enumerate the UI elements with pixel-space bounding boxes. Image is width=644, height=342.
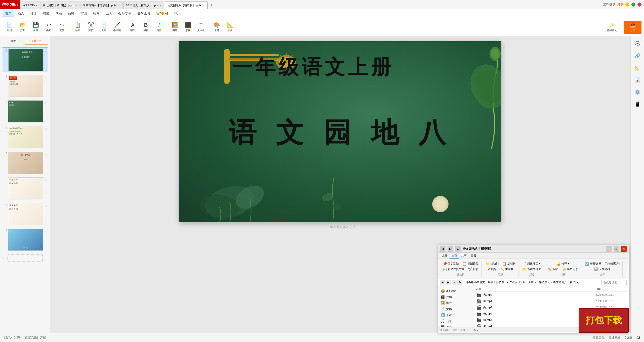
panel-tab-slides[interactable]: 幻灯片	[25, 38, 48, 45]
toolbar-shape[interactable]: ⬛ 形状	[182, 21, 194, 34]
fe-tab-share[interactable]: 共享	[459, 253, 469, 259]
tab-file2[interactable]: 8 比尾巴【精华版】.pptx ✕	[41, 2, 80, 9]
tab-close[interactable]: ✕	[203, 4, 205, 7]
slide-thumb-4[interactable]: 4 你知道阶梯上下的... 上下册：蓝 森 虎 左右词语：枫 林 杨 ☆	[2, 125, 48, 149]
fe-btn-selectall[interactable]: ☑️全部选择	[584, 261, 602, 266]
toolbar-share2[interactable]: 📤 分享	[624, 21, 641, 34]
fe-btn-deselect[interactable]: ☐全部取消	[603, 261, 621, 266]
right-panel-link[interactable]: 🔗	[632, 51, 642, 61]
minimize-btn[interactable]	[625, 3, 629, 7]
fe-search-input[interactable]	[601, 280, 627, 285]
fe-btn-copyto[interactable]: 📋复制到	[501, 261, 517, 266]
fe-sidebar-3d[interactable]: 📦 3D 对象	[438, 288, 473, 294]
view-mode-btn[interactable]: 普通视图	[609, 335, 621, 340]
fe-btn-edit[interactable]: ✏️编辑	[547, 267, 560, 272]
slide-thumb-2[interactable]: 2 第一课时 小朋友们 你能把小鸟安 ☆	[2, 74, 48, 98]
fe-addr-refresh[interactable]: ↻	[457, 280, 462, 285]
fe-addr-back[interactable]: ◀	[440, 280, 445, 285]
toolbar-cut[interactable]: ✂️ 剪切	[85, 21, 97, 34]
toolbar-ai[interactable]: ✨ 智能美化	[602, 21, 622, 34]
toolbar-copy[interactable]: 📄 复制	[98, 21, 110, 34]
menu-slideshow[interactable]: 放映	[65, 10, 77, 17]
toolbar-font[interactable]: A 字体	[127, 21, 139, 34]
right-panel-chat[interactable]: 💬	[632, 39, 642, 49]
fe-sidebar-video[interactable]: 🎬 视频	[438, 294, 473, 300]
toolbar-paste[interactable]: 📋 粘贴	[72, 21, 84, 34]
menu-design[interactable]: 设计	[28, 10, 39, 17]
slide-star-4[interactable]: ☆	[44, 126, 48, 131]
tab-file3[interactable]: 9 乌鸦喝水【精华版】.pptx ✕	[80, 2, 123, 9]
register-btn[interactable]: 立即登录	[603, 2, 615, 7]
fe-close-btn[interactable]: ✕	[621, 246, 627, 252]
toolbar-redo[interactable]: ↪ 恢复	[56, 21, 68, 34]
fe-file-feng[interactable]: 🎬 风.mp4 2024/8/20 10:31	[474, 292, 628, 298]
close-btn[interactable]	[637, 3, 641, 7]
toolbar-format-paint[interactable]: 🖌️ 格式刷	[111, 21, 123, 34]
fe-sidebar-music[interactable]: 🎵 音乐	[438, 318, 473, 324]
toolbar-undo[interactable]: ↩ 撤销	[43, 21, 55, 34]
slide-thumb-1[interactable]: 1 一年级语文上册 语文园地八 ★	[2, 48, 48, 72]
menu-search[interactable]: 🔍	[172, 11, 181, 16]
right-panel-measure[interactable]: 📐	[632, 63, 642, 73]
fe-btn-delete[interactable]: ✕删除	[486, 267, 498, 272]
fe-addr-forward[interactable]: ▶	[446, 280, 451, 285]
fe-btn-copy-path[interactable]: 📋复制路径	[461, 261, 480, 266]
maximize-btn[interactable]	[631, 3, 635, 7]
slide-star-1[interactable]: ★	[45, 49, 48, 53]
slide-star-3[interactable]: ☆	[44, 101, 48, 105]
tab-file4[interactable]: 10 雨点儿【精华版】.pptx ✕	[123, 2, 164, 9]
toolbar-italic[interactable]: I 斜体	[153, 21, 165, 34]
toolbar-image[interactable]: 🖼️ 图片	[169, 21, 181, 34]
promo-banner[interactable]: 打包下载	[579, 308, 629, 333]
menu-tools[interactable]: 工具	[103, 10, 115, 17]
slide-caption[interactable]: 单击此处添加备注	[330, 225, 356, 229]
slide-star-7[interactable]: ☆	[44, 203, 48, 207]
slide-star-8[interactable]: ☆	[44, 229, 48, 233]
share-btn[interactable]: 分享	[617, 2, 623, 7]
fe-btn-pin[interactable]: 📌固定到快	[441, 261, 460, 266]
fe-up-btn[interactable]: ▲	[455, 246, 461, 252]
tab-wps[interactable]: WPS Office	[20, 2, 40, 9]
menu-wpsai[interactable]: WPS AI	[154, 11, 171, 16]
right-panel-settings[interactable]: ⚙️	[632, 87, 642, 97]
fe-btn-history[interactable]: 📜历史记录	[561, 267, 579, 272]
menu-insert[interactable]: 插入	[15, 10, 27, 17]
add-slide-btn[interactable]: +	[8, 254, 43, 262]
menu-home[interactable]: 首页	[3, 10, 14, 17]
fe-sidebar-downloads[interactable]: ⬇️ 下载	[438, 312, 473, 318]
fe-btn-paste-shortcut[interactable]: 📋粘贴快捷方式	[441, 267, 466, 272]
menu-teaching[interactable]: 教学工具	[135, 10, 153, 17]
fe-file-yang[interactable]: 🎬 羊.mp4 2024/8/20 10:31	[474, 298, 628, 304]
fe-tab-view[interactable]: 查看	[469, 253, 478, 259]
fe-addr-up[interactable]: ▲	[452, 280, 457, 285]
slide-thumb-7[interactable]: 7 果 果 果 果 白 白 白 白 ☆	[2, 202, 48, 226]
menu-animation[interactable]: 动画	[53, 10, 64, 17]
right-panel-mobile[interactable]: 📱	[632, 99, 642, 109]
panel-tab-outline[interactable]: 大纲	[2, 38, 25, 45]
slide-thumb-8[interactable]: 8 牛羊图片 ☆	[2, 228, 48, 252]
slide-canvas[interactable]: 一年级语文上册 语 文 园 地 八	[179, 41, 501, 222]
fe-tab-home[interactable]: 主页	[450, 253, 459, 259]
toolbar-textbox[interactable]: T 文本框	[195, 21, 207, 34]
fe-btn-invertselect[interactable]: 🔄反向选择	[593, 267, 612, 272]
slide-thumb-3[interactable]: 3 ● ● ● 练习题 ☆	[2, 99, 48, 123]
toolbar-open[interactable]: 📂 打开	[17, 21, 29, 34]
tab-file5-active[interactable]: 语文园地八【精华版】.pptx ✕	[165, 2, 208, 9]
slide-star-2[interactable]: ☆	[44, 75, 48, 79]
fe-btn-newitem[interactable]: 📄新建项目▼	[521, 261, 542, 266]
right-panel-chart[interactable]: 📊	[632, 75, 642, 85]
menu-view[interactable]: 视图	[91, 10, 102, 17]
fe-btn-rename[interactable]: ✏️重命名	[499, 267, 515, 272]
fe-btn-open[interactable]: 🔓打开▼	[555, 261, 571, 266]
fe-back-btn[interactable]: ◀	[440, 246, 446, 252]
fe-sidebar-images[interactable]: 🖼️ 图片	[438, 300, 473, 306]
toolbar-layout[interactable]: 📐 版式	[224, 21, 236, 34]
slide-thumb-5[interactable]: 5 草和瓜了吗? 场景图 ☆	[2, 151, 48, 175]
slide-star-5[interactable]: ☆	[44, 152, 48, 156]
fe-sidebar-docs[interactable]: 📄 文档	[438, 306, 473, 312]
menu-vip[interactable]: 会员专享	[116, 10, 134, 17]
toolbar-new[interactable]: 📄 新建	[4, 21, 16, 34]
fe-address-input[interactable]	[464, 280, 600, 285]
slide-star-6[interactable]: ☆	[44, 178, 48, 182]
toolbar-theme[interactable]: 🎨 主题	[211, 21, 223, 34]
